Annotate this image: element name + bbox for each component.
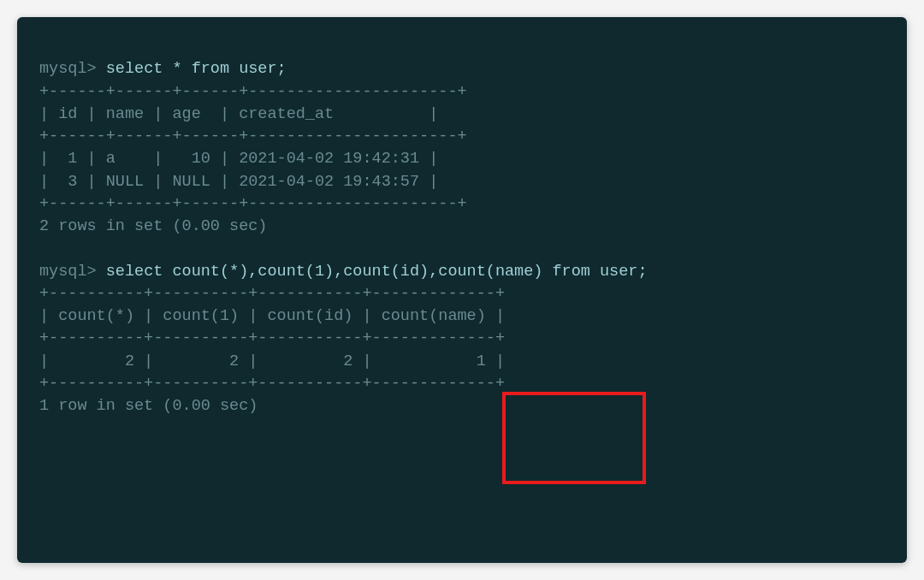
table2-border-top: +----------+----------+-----------+-----… (39, 285, 505, 303)
sql-query-2: select count(*),count(1),count(id),count… (106, 263, 648, 281)
table1-border-top: +------+------+------+------------------… (39, 83, 467, 101)
table1-header: | id | name | age | created_at | (39, 105, 438, 123)
prompt-1: mysql> (39, 60, 106, 78)
table2-border-bottom: +----------+----------+-----------+-----… (39, 375, 505, 393)
red-highlight-count-name (502, 392, 646, 484)
terminal-window: mysql> select * from user; +------+-----… (17, 17, 907, 563)
prompt-2: mysql> (39, 263, 106, 281)
result-footer-2: 1 row in set (0.00 sec) (39, 397, 258, 415)
table1-row-2: | 3 | NULL | NULL | 2021-04-02 19:43:57 … (39, 173, 438, 191)
table2-header: | count(*) | count(1) | count(id) | coun… (39, 307, 505, 325)
result-footer-1: 2 rows in set (0.00 sec) (39, 217, 267, 235)
sql-query-1: select * from user; (106, 60, 287, 78)
table2-border-mid: +----------+----------+-----------+-----… (39, 329, 505, 347)
table1-border-bottom: +------+------+------+------------------… (39, 195, 467, 213)
table1-row-1: | 1 | a | 10 | 2021-04-02 19:42:31 | (39, 150, 438, 168)
table1-border-mid: +------+------+------+------------------… (39, 127, 467, 145)
table2-row-1: | 2 | 2 | 2 | 1 | (39, 352, 505, 370)
